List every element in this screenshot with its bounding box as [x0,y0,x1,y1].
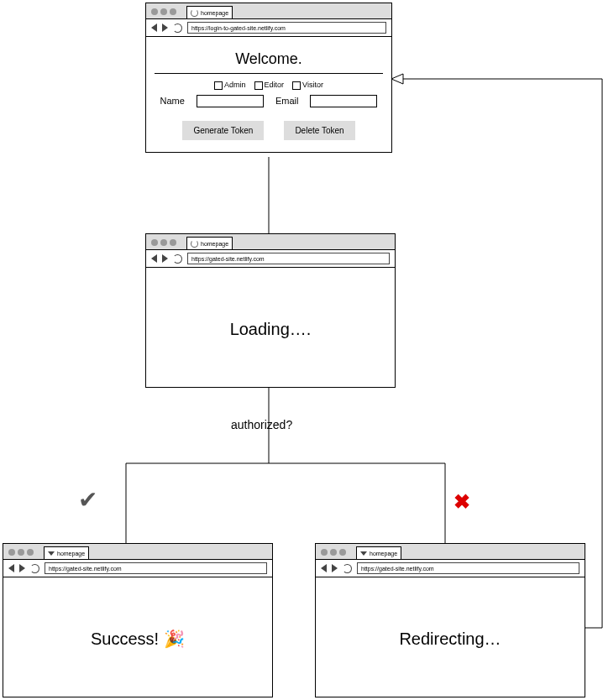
forward-icon[interactable] [162,254,168,263]
page-content: Loading…. [146,268,395,390]
browser-tab[interactable]: homepage [186,6,233,18]
window-controls[interactable] [146,239,181,249]
refresh-icon[interactable] [173,24,182,33]
role-visitor[interactable]: Visitor [292,81,323,90]
tab-title: homepage [201,241,228,247]
generate-token-button[interactable]: Generate Token [182,121,264,140]
window-controls[interactable] [316,549,351,559]
browser-toolbar: https://gated-site.netlify.com [316,560,585,577]
checkbox-icon [214,81,223,90]
forward-icon[interactable] [162,24,168,32]
tab-title: homepage [57,551,85,556]
browser-toolbar: https://gated-site.netlify.com [3,560,272,577]
refresh-icon[interactable] [173,254,182,264]
browser-toolbar: https://login-to-gated-site.netlify.com [146,19,391,37]
email-label: Email [275,96,299,106]
download-icon [48,551,55,556]
forward-icon[interactable] [19,564,25,572]
role-admin[interactable]: Admin [214,81,246,90]
page-content: Success! 🎉 [3,577,272,700]
credential-fields: Name Email [160,95,378,107]
tab-title: homepage [201,10,228,16]
party-icon: 🎉 [164,629,185,649]
tab-title: homepage [370,551,397,556]
url-bar[interactable]: https://gated-site.netlify.com [187,253,390,264]
svg-marker-8 [391,74,403,84]
page-title: Welcome. [235,50,302,68]
loading-window: homepage https://gated-site.netlify.com … [145,233,396,388]
url-bar[interactable]: https://gated-site.netlify.com [357,562,579,574]
back-icon[interactable] [321,564,327,572]
redirect-window: homepage https://gated-site.netlify.com … [315,543,585,697]
browser-toolbar: https://gated-site.netlify.com [146,250,395,268]
browser-tab[interactable]: homepage [186,237,233,249]
browser-tab[interactable]: homepage [356,546,401,559]
download-icon [360,551,367,556]
back-icon[interactable] [151,24,157,32]
titlebar: homepage [146,234,395,250]
window-controls[interactable] [146,8,181,18]
refresh-icon[interactable] [343,564,352,573]
back-icon[interactable] [151,254,157,263]
page-content: Welcome. Admin Editor Visitor Name Email… [146,37,391,152]
checkbox-icon [292,81,301,90]
window-controls[interactable] [3,549,39,559]
role-label: Editor [265,81,285,89]
login-window: homepage https://login-to-gated-site.net… [145,3,392,153]
success-text: Success! [91,629,159,649]
refresh-icon[interactable] [30,564,39,573]
spinner-icon [191,240,198,248]
page-content: Redirecting… [316,577,585,700]
titlebar: homepage [146,3,391,19]
spinner-icon [191,9,198,17]
success-window: homepage https://gated-site.netlify.com … [3,543,273,697]
email-field[interactable] [310,95,377,107]
loading-text: Loading…. [230,320,312,339]
role-label: Visitor [302,81,323,89]
button-row: Generate Token Delete Token [182,121,354,140]
name-field[interactable] [197,95,264,107]
url-bar[interactable]: https://gated-site.netlify.com [45,562,267,574]
url-bar[interactable]: https://login-to-gated-site.netlify.com [187,22,386,34]
forward-icon[interactable] [332,564,338,572]
decision-label: authorized? [231,418,292,431]
role-label: Admin [224,81,246,89]
role-editor[interactable]: Editor [254,81,285,90]
titlebar: homepage [316,544,585,560]
delete-token-button[interactable]: Delete Token [284,121,354,140]
back-icon[interactable] [8,564,14,572]
cross-icon: ✖ [454,490,470,514]
divider [155,73,383,74]
check-icon: ✔ [78,486,97,514]
browser-tab[interactable]: homepage [44,546,89,559]
checkbox-icon [254,81,263,90]
name-label: Name [160,96,185,106]
redirecting-text: Redirecting… [399,629,501,649]
titlebar: homepage [3,544,272,560]
role-options: Admin Editor Visitor [214,81,323,90]
